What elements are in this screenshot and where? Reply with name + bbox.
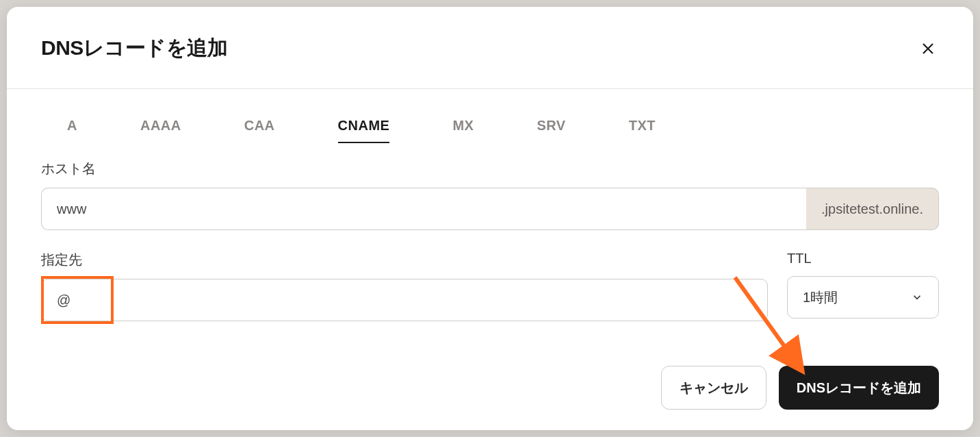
- tab-a[interactable]: A: [67, 112, 77, 139]
- tab-txt[interactable]: TXT: [629, 112, 656, 139]
- points-to-highlight: [41, 279, 768, 321]
- hostname-input-wrap: .jpsitetest.online.: [41, 188, 939, 230]
- ttl-select[interactable]: 1時間: [787, 276, 939, 319]
- modal-title: DNSレコードを追加: [41, 34, 227, 62]
- hostname-group: ホスト名 .jpsitetest.online.: [41, 160, 939, 230]
- ttl-label: TTL: [787, 251, 939, 266]
- tab-aaaa[interactable]: AAAA: [140, 112, 181, 139]
- modal-footer: キャンセル DNSレコードを追加: [7, 366, 973, 430]
- points-to-label: 指定先: [41, 251, 768, 269]
- record-type-tabs: A AAAA CAA CNAME MX SRV TXT: [41, 89, 939, 160]
- dns-add-modal: DNSレコードを追加 A AAAA CAA CNAME MX SRV TXT ホ…: [7, 7, 973, 430]
- points-to-group: 指定先: [41, 251, 768, 321]
- tab-cname[interactable]: CNAME: [338, 112, 390, 139]
- tab-srv[interactable]: SRV: [537, 112, 565, 139]
- submit-button[interactable]: DNSレコードを追加: [779, 366, 939, 410]
- close-icon: [920, 40, 936, 57]
- points-to-input[interactable]: [41, 279, 768, 321]
- hostname-label: ホスト名: [41, 160, 939, 178]
- close-button[interactable]: [917, 38, 939, 60]
- ttl-group: TTL 1時間: [787, 251, 939, 321]
- hostname-input[interactable]: [41, 188, 806, 230]
- cancel-button[interactable]: キャンセル: [661, 366, 766, 410]
- tab-mx[interactable]: MX: [452, 112, 474, 139]
- ttl-value: 1時間: [803, 288, 838, 307]
- modal-body: A AAAA CAA CNAME MX SRV TXT ホスト名 .jpsite…: [7, 89, 973, 366]
- chevron-down-icon: [911, 291, 923, 303]
- modal-header: DNSレコードを追加: [7, 7, 973, 89]
- hostname-suffix: .jpsitetest.online.: [806, 188, 939, 230]
- second-row: 指定先 TTL 1時間: [41, 251, 939, 342]
- tab-caa[interactable]: CAA: [244, 112, 275, 139]
